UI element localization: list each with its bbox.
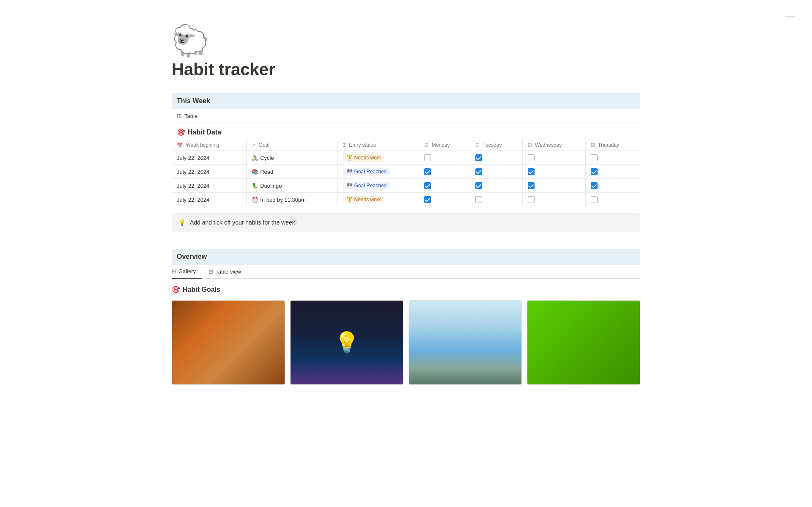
entry-badge: 🏁 Goal Reached [343,182,390,189]
gallery-tab-label: Gallery [178,268,196,274]
row-date: July 22, 2024 [172,151,247,165]
row-entry-status: 🏁 Goal Reached [338,165,419,179]
row-tuesday[interactable] [470,179,522,193]
goal-text: Read [260,169,273,175]
gallery-card-lamp[interactable] [290,300,403,385]
wednesday-checkbox[interactable] [528,182,535,189]
tab-gallery[interactable]: ⊞ Gallery [172,265,202,279]
habit-data-emoji: 🎯 [177,128,185,136]
table-row: July 22, 2024📚 Read🏁 Goal Reached [172,165,640,179]
monday-checkbox[interactable] [424,196,431,203]
tuesday-checkbox[interactable] [475,154,482,161]
row-goal: 🚴 Cycle [247,151,338,165]
tip-callout: 💡 Add and tick off your habits for the w… [172,213,640,232]
overview-tabs: ⊞ Gallery ⊟ Table view [172,265,640,279]
table-view-tab-label: Table view [215,269,241,275]
row-goal: 📚 Read [247,165,338,179]
table-view-tab-icon: ⊟ [208,269,213,275]
thursday-checkbox[interactable] [591,182,598,189]
goal-emoji: 🚴 [252,155,258,161]
row-tuesday[interactable] [470,193,522,207]
row-goal: 🦜 Duolingo [247,179,338,193]
gallery-grid [172,300,640,385]
entry-badge: 🏁 Goal Reached [343,168,390,175]
page-container: 🐑 Habit tracker This Week ⊞ Table 🎯 Habi… [131,0,681,419]
thursday-checkbox[interactable] [591,154,598,161]
row-entry-status: 🏁 Goal Reached [338,179,419,193]
table-row: July 22, 2024🦜 Duolingo🏁 Goal Reached [172,179,640,193]
entry-badge: 🏋️ Needs work [343,154,384,162]
tip-emoji: 💡 [178,219,186,226]
wednesday-checkbox[interactable] [528,168,535,175]
monday-checkbox[interactable] [424,154,431,161]
row-entry-status: 🏋️ Needs work [338,193,419,207]
col-monday[interactable]: ☑ Monday [419,140,470,151]
habit-data-title: 🎯 Habit Data [172,123,640,140]
goal-text: Cycle [260,155,274,161]
col-wednesday[interactable]: ☑ Wednesday [522,140,585,151]
this-week-section: This Week ⊞ Table 🎯 Habit Data 📅 Week be… [172,93,640,232]
row-tuesday[interactable] [470,165,522,179]
tab-table-view[interactable]: ⊟ Table view [208,265,247,278]
row-date: July 22, 2024 [172,165,247,179]
wednesday-checkbox[interactable] [528,196,535,203]
habit-data-label: Habit Data [188,129,221,136]
gallery-card-duolingo[interactable] [527,300,640,385]
page-emoji: 🐑 [172,25,640,56]
overview-section: Overview ⊞ Gallery ⊟ Table view 🎯 Habit … [172,249,640,385]
row-date: July 22, 2024 [172,179,247,193]
row-wednesday[interactable] [522,165,585,179]
table-view-icon: ⊞ [177,112,182,119]
minimize-button[interactable]: — [785,10,795,22]
this-week-header: This Week [172,93,640,109]
col-week-beginning[interactable]: 📅 Week begining [172,140,247,151]
monday-checkbox[interactable] [424,182,431,189]
gallery-card-books[interactable] [172,300,285,385]
goal-emoji: 🦜 [252,183,258,189]
tuesday-checkbox[interactable] [475,196,482,203]
row-date: July 22, 2024 [172,193,247,207]
tuesday-checkbox[interactable] [475,182,482,189]
table-view-text: Table [184,113,198,119]
row-thursday[interactable] [585,165,640,179]
monday-checkbox[interactable] [424,168,431,175]
row-thursday[interactable] [585,179,640,193]
goal-text: Duolingo [260,183,282,189]
row-monday[interactable] [419,165,470,179]
col-goal[interactable]: ↗ Goal [247,140,338,151]
tip-text: Add and tick off your habits for the wee… [190,219,297,226]
col-tuesday[interactable]: ☑ Tuesday [470,140,522,151]
row-thursday[interactable] [585,151,640,165]
row-monday[interactable] [419,193,470,207]
habit-table: 📅 Week begining ↗ Goal Σ Entry status ☑ … [172,140,640,206]
goal-emoji: ⏰ [252,197,258,203]
gallery-tab-icon: ⊞ [172,268,176,274]
page-title: Habit tracker [172,59,640,79]
row-entry-status: 🏋️ Needs work [338,151,419,165]
goal-text: In bed by 11:30pm [260,197,306,203]
entry-badge: 🏋️ Needs work [343,196,384,203]
habit-goals-label: Habit Goals [183,286,220,293]
row-tuesday[interactable] [470,151,522,165]
habit-goals-emoji: 🎯 [172,285,180,293]
row-wednesday[interactable] [522,151,585,165]
goal-emoji: 📚 [252,169,258,175]
row-goal: ⏰ In bed by 11:30pm [247,193,338,207]
tuesday-checkbox[interactable] [475,168,482,175]
row-wednesday[interactable] [522,179,585,193]
table-view-label[interactable]: ⊞ Table [172,109,640,123]
row-monday[interactable] [419,151,470,165]
row-wednesday[interactable] [522,193,585,207]
habit-goals-title: 🎯 Habit Goals [172,285,640,293]
gallery-card-cycling[interactable] [409,300,522,385]
row-monday[interactable] [419,179,470,193]
thursday-checkbox[interactable] [591,196,598,203]
col-entry-status[interactable]: Σ Entry status [338,140,419,151]
row-thursday[interactable] [585,193,640,207]
table-row: July 22, 2024🚴 Cycle🏋️ Needs work [172,151,640,165]
table-row: July 22, 2024⏰ In bed by 11:30pm🏋️ Needs… [172,193,640,207]
thursday-checkbox[interactable] [591,168,598,175]
wednesday-checkbox[interactable] [528,154,535,161]
overview-header: Overview [172,249,640,265]
col-thursday[interactable]: ☑ Thursday [585,140,640,151]
